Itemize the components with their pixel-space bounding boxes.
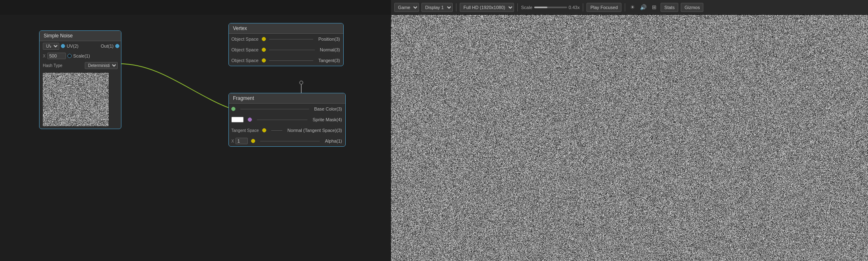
base-color-port [231,107,235,111]
sep2 [517,3,518,12]
resolution-dropdown[interactable]: Full HD (1920x1080) [460,3,514,12]
base-color-row: Base Color(3) [229,104,345,114]
alpha-input[interactable] [235,138,248,144]
vertex-title: Vertex [229,23,343,34]
normal-tangent-row: Tangent Space Normal (Tangent Space)(3) [229,125,345,136]
play-focused-button[interactable]: Play Focused [586,3,621,12]
fragment-title: Fragment [229,93,345,104]
scale-track[interactable] [534,7,567,8]
gizmos-button[interactable]: Gizmos [681,3,703,12]
uv-dropdown[interactable]: UV0 [43,43,59,50]
stats-button[interactable]: Stats [661,3,678,12]
alpha-port [251,139,255,143]
uv-row: UV0 UV(2) Out(1) [40,41,121,51]
tangent-in-port [262,58,266,62]
scale-bar: Scale 0.43x [521,5,579,10]
shader-graph: Simple Noise UV0 UV(2) Out(1) X Scale(1) [0,15,391,261]
sun-icon[interactable]: ☀ [628,3,637,12]
game-view: Game Display 1 Full HD (1920x1080) Scale… [391,0,868,261]
hash-row: Hash Type Deterministi [40,61,121,70]
game-dropdown[interactable]: Game [394,3,419,12]
color-swatch[interactable] [231,117,244,122]
normal-row: Object Space Normal(3) [229,44,343,55]
tangent-row: Object Space Tangent(3) [229,55,343,66]
scale-input[interactable] [47,53,66,59]
sep1 [456,3,456,12]
vertex-node: Vertex Object Space Position(3) Object S… [228,23,344,66]
normal-in-port [262,48,266,52]
display-dropdown[interactable]: Display 1 [421,3,453,12]
scale-port [67,54,72,58]
svg-point-1 [300,81,303,84]
game-view-topbar: Game Display 1 Full HD (1920x1080) Scale… [391,0,868,15]
position-row: Object Space Position(3) [229,34,343,44]
alpha-row: X Alpha(1) [229,136,345,146]
scale-row: X Scale(1) [40,51,121,61]
sep4 [625,3,625,12]
hash-type-dropdown[interactable]: Deterministi [85,62,118,69]
sep3 [583,3,583,12]
position-in-port [262,37,266,41]
normal-tangent-port [262,128,266,132]
noise-preview [43,73,109,126]
audio-icon[interactable]: 🔊 [639,3,647,12]
uv-out-port [61,44,65,48]
sprite-mask-row: Sprite Mask(4) [229,114,345,125]
game-canvas [391,15,868,261]
simple-noise-title: Simple Noise [40,31,121,41]
fragment-node: Fragment Base Color(3) Sprite Mask(4) Ta… [228,93,346,147]
out-port [115,44,119,48]
simple-noise-node: Simple Noise UV0 UV(2) Out(1) X Scale(1) [39,30,121,129]
aspect-icon[interactable]: ⊞ [650,3,658,12]
sprite-mask-port [248,118,252,122]
